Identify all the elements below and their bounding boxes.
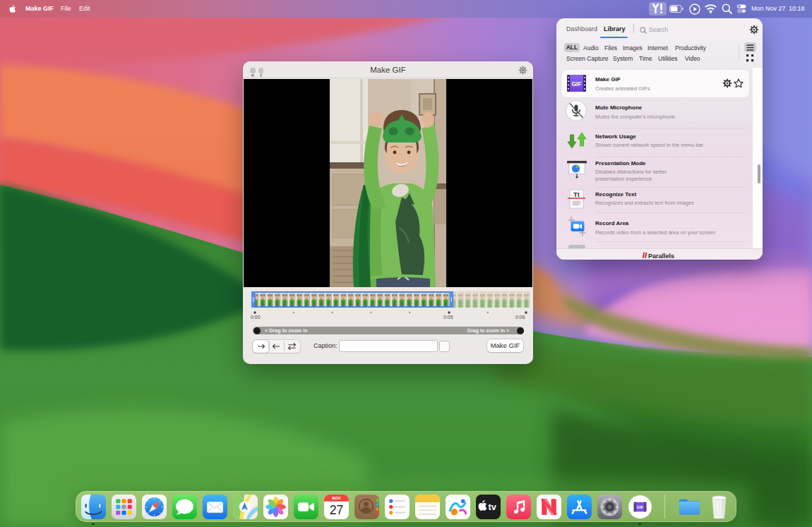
svg-text:tv: tv <box>488 502 496 512</box>
svg-text:NOV: NOV <box>332 496 340 500</box>
svg-text:GIF: GIF <box>571 80 581 87</box>
svg-text:Tt: Tt <box>573 191 580 198</box>
svg-text:GIF: GIF <box>637 505 644 509</box>
svg-text:Parallels: Parallels <box>648 252 674 259</box>
svg-text:27: 27 <box>330 503 343 517</box>
